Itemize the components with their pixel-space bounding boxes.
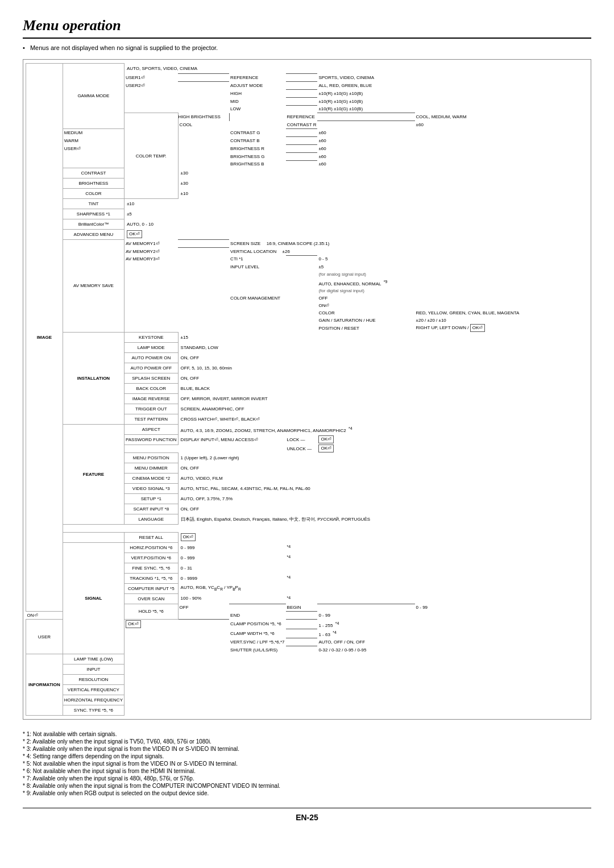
- page-number: EN-25: [23, 808, 591, 822]
- table-row: BRIGHTNESS ±30: [26, 178, 589, 189]
- table-row: IMAGE GAMMA MODE AUTO, SPORTS, VIDEO, CI…: [26, 64, 589, 74]
- table-row: RESET ALL OK⏎: [26, 532, 589, 542]
- table-row: [26, 524, 589, 532]
- footnote-1: * 1: Not available with certain signals.: [23, 731, 591, 737]
- menu-diagram: IMAGE GAMMA MODE AUTO, SPORTS, VIDEO, CI…: [23, 59, 591, 720]
- table-row: RESOLUTION: [26, 674, 589, 684]
- footnote-6: * 6: Not available when the input signal…: [23, 768, 591, 774]
- footnote-2: * 2: Available only when the input signa…: [23, 738, 591, 745]
- table-row: HORIZONTAL FREQUENCY: [26, 695, 589, 705]
- table-row: AV MEMORY SAVE AV MEMORY1⏎ SCREEN SIZE 1…: [26, 240, 589, 248]
- table-row: SHARPNESS *1 ±5: [26, 209, 589, 219]
- footnote-4: * 4: Setting range differs depending on …: [23, 753, 591, 759]
- table-row: MEDIUM CONTRAST G ±60: [26, 128, 589, 136]
- footnote-5: * 5: Not available when the input signal…: [23, 761, 591, 767]
- table-row: SYNC. TYPE *5, *6: [26, 705, 589, 715]
- table-row: ADVANCED MENU OK⏎: [26, 230, 589, 240]
- table-row: VERTICAL FREQUENCY: [26, 684, 589, 695]
- table-row: COLOR ±10: [26, 189, 589, 199]
- table-row: USER⏎ BRIGHTNESS R ±60: [26, 144, 589, 152]
- table-row: TINT ±10: [26, 199, 589, 209]
- table-row: SIGNAL HORIZ.POSITION *6 0 - 999 *4: [26, 542, 589, 553]
- table-row: CONTRAST ±30: [26, 168, 589, 178]
- table-row: INPUT: [26, 664, 589, 674]
- footnote-9: * 9: Available only when RGB output is s…: [23, 790, 591, 796]
- table-row: INSTALLATION KEYSTONE ±15: [26, 332, 589, 342]
- footnotes-section: * 1: Not available with certain signals.…: [23, 731, 591, 796]
- table-row: BRIGHTNESS B ±60: [26, 160, 589, 168]
- intro-text: • Menus are not displayed when no signal…: [23, 44, 591, 51]
- table-row: WARM CONTRAST B ±60: [26, 136, 589, 144]
- page-title: Menu operation: [23, 17, 591, 39]
- table-row: FEATURE ASPECT AUTO, 4:3, 16:9, ZOOM1, Z…: [26, 424, 589, 434]
- table-row: BrilliantColor™ AUTO, 0 - 10: [26, 219, 589, 230]
- footnote-3: * 3: Available only when the input signa…: [23, 746, 591, 752]
- table-row: INFORMATION LAMP TIME (LOW): [26, 654, 589, 664]
- footnote-8: * 8: Available only when the input signa…: [23, 783, 591, 789]
- table-row: BRIGHTNESS G ±60: [26, 152, 589, 160]
- footnote-7: * 7: Available only when the input signa…: [23, 775, 591, 782]
